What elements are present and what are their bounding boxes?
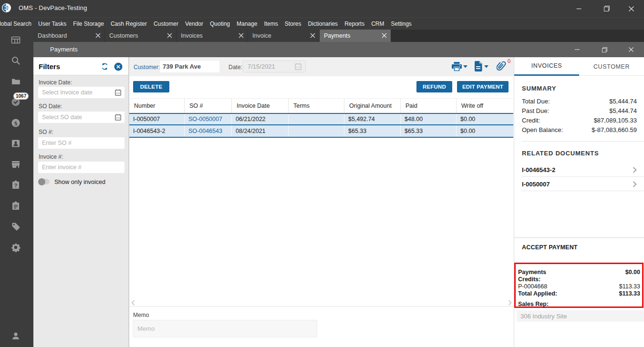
scroll-left-icon[interactable]	[131, 300, 135, 306]
payments-close-button[interactable]	[622, 42, 641, 57]
edit-payment-button[interactable]: EDIT PAYMENT	[457, 81, 509, 92]
grid-column-header[interactable]: Paid	[401, 99, 457, 113]
customer-link-label[interactable]: Customer:	[134, 64, 160, 71]
calendar-icon[interactable]	[115, 89, 121, 96]
sidebar-user-icon[interactable]	[11, 331, 21, 341]
menu-item-global-search[interactable]: Global Search	[0, 20, 31, 27]
grid-column-header[interactable]: Invoice Date	[232, 99, 289, 113]
grid-cell-number: I-0046543-2	[129, 125, 185, 137]
menu-item-settings[interactable]: Settings	[391, 20, 411, 27]
customer-input[interactable]: 739 Park Ave	[160, 61, 219, 72]
tab-close-icon[interactable]	[167, 33, 172, 38]
show-only-invoiced-toggle[interactable]	[39, 179, 50, 184]
invoice-number-filter-input[interactable]: Enter invoice #	[38, 162, 125, 173]
grid-cell-terms	[289, 114, 344, 124]
invoice-side-panel: INVOICES CUSTOMER SUMMARY Total Due:$5,4…	[514, 57, 644, 347]
grid-column-header[interactable]: Original Amount	[344, 99, 401, 113]
sidebar-settings-icon[interactable]	[11, 243, 21, 252]
menu-item-customer[interactable]: Customer	[154, 20, 178, 27]
refund-button[interactable]: REFUND	[416, 81, 452, 92]
total-applied-row: Total Applied:$113.33	[518, 290, 640, 297]
grid-row[interactable]: I-0046543-2 SO-0046543 08/24/2021 $65.33…	[129, 125, 513, 138]
grid-column-header[interactable]: Write off	[457, 99, 513, 113]
so-number-filter-label: SO #:	[39, 129, 53, 135]
print-dropdown-caret-icon[interactable]	[463, 65, 467, 68]
sidebar-search-icon[interactable]	[11, 56, 21, 65]
tab-customers[interactable]: Customers	[105, 30, 176, 42]
grid-cell-original-amount: $5,492.74	[344, 114, 401, 124]
payment-main-area: Customer: 739 Park Ave Date: 7/15/2021	[129, 57, 514, 347]
tab-customer-panel[interactable]: CUSTOMER	[579, 57, 644, 76]
menu-item-reports[interactable]: Reports	[344, 20, 364, 27]
tab-close-icon[interactable]	[310, 33, 315, 38]
date-input-value: 7/15/2021	[248, 63, 295, 70]
sidebar-tasks-icon[interactable]	[11, 201, 21, 211]
menu-item-vendor[interactable]: Vendor	[185, 20, 203, 27]
so-number-filter-input[interactable]: Enter SO #	[38, 137, 125, 149]
menu-item-dictionaries[interactable]: Dictionaries	[308, 20, 338, 27]
minimize-icon	[576, 6, 582, 11]
sales-rep-input[interactable]: 306 Industry Site	[517, 310, 644, 322]
grid-row[interactable]: I-0050007 SO-0050007 06/21/2022 $5,492.7…	[129, 113, 513, 125]
menu-item-items[interactable]: Items	[264, 20, 278, 27]
accept-payment-row-value: $0.00	[625, 269, 640, 276]
sidebar-tags-icon[interactable]	[11, 222, 21, 231]
memo-input[interactable]: Memo	[133, 320, 317, 337]
invoice-date-filter-input[interactable]: Select Invoice date	[38, 87, 125, 98]
credit-item-row: P-0004668$113.33	[518, 283, 640, 290]
clear-filters-icon[interactable]	[114, 62, 123, 71]
grid-column-header[interactable]: Terms	[289, 99, 344, 113]
grid-column-header[interactable]: SO #	[185, 99, 232, 113]
so-link[interactable]: SO-0046543	[185, 125, 232, 137]
scroll-right-icon[interactable]	[508, 300, 512, 306]
tab-invoices[interactable]: Invoices	[177, 30, 248, 42]
date-label: Date:	[229, 64, 242, 71]
document-icon[interactable]	[474, 61, 482, 71]
tab-close-icon[interactable]	[239, 33, 244, 38]
date-input[interactable]: 7/15/2021	[243, 61, 306, 72]
sidebar-payments-icon[interactable]: $	[11, 118, 21, 128]
window-restore-button[interactable]	[596, 0, 617, 17]
so-date-filter-input[interactable]: Select SO date	[38, 112, 125, 123]
attachment-icon[interactable]	[497, 61, 506, 72]
tab-payments[interactable]: Payments	[320, 30, 391, 42]
tab-close-icon[interactable]	[382, 33, 387, 38]
delete-button[interactable]: DELETE	[133, 81, 169, 92]
payments-minimize-button[interactable]	[568, 42, 587, 57]
tab-label: Invoice	[252, 32, 271, 39]
menu-item-quoting[interactable]: Quoting	[210, 20, 230, 27]
sidebar-store-icon[interactable]	[11, 160, 21, 169]
toggle-knob	[38, 178, 45, 185]
sidebar-support-icon[interactable]: ?	[11, 180, 21, 190]
document-dropdown-caret-icon[interactable]	[484, 65, 488, 68]
payments-restore-button[interactable]	[595, 42, 614, 57]
menu-item-stores[interactable]: Stores	[285, 20, 301, 27]
tab-close-icon[interactable]	[95, 33, 101, 38]
menu-item-user-tasks[interactable]: User Tasks	[38, 20, 66, 27]
filters-panel: Filters Invoice Date: Select Invoice dat…	[33, 57, 129, 347]
grid-column-header[interactable]: Number	[129, 99, 185, 113]
tab-invoices-panel[interactable]: INVOICES	[514, 57, 579, 76]
sidebar-dashboard-icon[interactable]	[11, 35, 21, 45]
menu-item-file-storage[interactable]: File Storage	[73, 20, 104, 27]
summary-row-value: $5,444.74	[609, 107, 637, 114]
menu-item-crm[interactable]: CRM	[371, 20, 384, 27]
filter-input-placeholder: Select Invoice date	[42, 89, 115, 96]
window-close-button[interactable]	[621, 0, 642, 17]
grid-cell-paid: $48.00	[401, 114, 457, 124]
accept-payment-row-value: $113.33	[619, 283, 640, 290]
window-minimize-button[interactable]	[568, 0, 589, 17]
print-icon[interactable]	[452, 62, 462, 71]
sidebar-contacts-icon[interactable]	[11, 139, 21, 148]
so-link[interactable]: SO-0050007	[185, 114, 232, 124]
refresh-filters-icon[interactable]	[101, 62, 109, 71]
related-document-item[interactable]: I-0046543-2	[522, 165, 637, 174]
sidebar-folder-icon[interactable]	[11, 77, 21, 86]
tab-dashboard[interactable]: Dashboard	[33, 30, 104, 42]
related-document-item[interactable]: I-0050007	[522, 179, 637, 189]
summary-row-label: Total Due:	[522, 98, 609, 105]
calendar-icon[interactable]	[115, 114, 121, 121]
tab-invoice[interactable]: Invoice	[248, 30, 319, 42]
menu-item-cash-register[interactable]: Cash Register	[111, 20, 147, 27]
menu-item-manage[interactable]: Manage	[237, 20, 257, 27]
